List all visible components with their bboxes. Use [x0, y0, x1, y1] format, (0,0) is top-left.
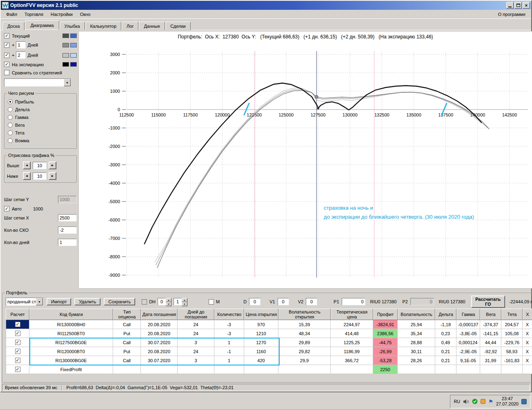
column-header[interactable]: Количество — [214, 309, 244, 320]
column-header[interactable]: Дельта — [435, 309, 456, 320]
cell[interactable]: 30,11 — [398, 347, 435, 356]
menu-trading[interactable]: Торговля — [21, 11, 47, 18]
taskbar[interactable]: RU ⚑ 23:47 27.07.2020 — [0, 392, 532, 410]
cell[interactable]: 1160 — [244, 347, 278, 356]
tab-trades[interactable]: Сделки — [165, 22, 191, 30]
row-delete-button[interactable]: X — [523, 338, 532, 347]
plus2-days-input[interactable] — [16, 52, 26, 59]
delete-button[interactable]: Удалить — [74, 298, 100, 305]
display-icon[interactable] — [521, 399, 527, 404]
cell[interactable]: 420 — [244, 356, 278, 365]
cell[interactable]: 44,44 — [480, 338, 501, 347]
below-value-input[interactable] — [33, 173, 47, 180]
cell[interactable]: FixedProfit — [29, 365, 113, 374]
column-header[interactable]: Гамма — [456, 309, 480, 320]
row-calc-cell[interactable]: ✓ — [6, 329, 29, 338]
current-checkbox[interactable]: ✓ — [4, 33, 9, 38]
cell[interactable]: 30.07.2020 — [141, 338, 178, 347]
menu-window[interactable]: Окно — [76, 11, 94, 18]
plus1-checkbox[interactable]: ✓ — [4, 43, 9, 48]
portfolio-strategy-select[interactable]: проданный ст ▼ — [6, 298, 43, 306]
tray-clock[interactable]: 23:47 27.07.2020 — [496, 396, 519, 407]
current-value-marker[interactable] — [315, 95, 318, 99]
draw-option-gamma[interactable]: Гамма — [8, 115, 73, 120]
cell[interactable]: 20.08.2020 — [141, 347, 178, 356]
tab-board[interactable]: Доска — [2, 22, 24, 30]
menu-about[interactable]: О программе — [494, 11, 530, 18]
dh-checkbox[interactable] — [142, 299, 147, 305]
row-delete-button[interactable]: X — [523, 320, 532, 329]
above-value-input[interactable] — [33, 162, 47, 169]
cell[interactable]: 20.08.2020 — [141, 329, 178, 338]
minimize-button[interactable] — [506, 2, 514, 9]
cell[interactable]: -3 — [214, 320, 244, 329]
v1-input[interactable] — [278, 298, 289, 305]
language-indicator[interactable]: RU — [454, 399, 460, 404]
dh-spin1-input[interactable] — [158, 298, 166, 305]
row-calc-cell[interactable]: ✓ — [6, 338, 29, 347]
maximize-button[interactable] — [514, 2, 522, 9]
cell[interactable]: 414,48 — [331, 329, 373, 338]
cell[interactable]: Put — [113, 329, 141, 338]
column-header[interactable]: Волатильность открытия — [278, 309, 331, 320]
cell[interactable] — [456, 365, 480, 374]
cell[interactable]: 28,26 — [398, 356, 435, 365]
cell[interactable]: 1186,99 — [331, 347, 373, 356]
tab-data[interactable]: Данные — [139, 22, 165, 30]
column-header[interactable]: Дата погашения — [141, 309, 178, 320]
spin-up-icon[interactable]: ▴ — [166, 298, 171, 302]
cell[interactable]: 29,89 — [278, 338, 331, 347]
current-color-swatch-2[interactable] — [70, 34, 77, 38]
above-increase-button[interactable]: ► — [49, 161, 56, 169]
p1-input[interactable] — [342, 298, 365, 305]
column-header[interactable]: Цена открытия — [244, 309, 278, 320]
tab-log[interactable]: Лог — [122, 22, 138, 30]
column-header[interactable]: Код бумаги — [29, 309, 113, 320]
cell[interactable]: RI130000BH0 — [29, 320, 113, 329]
m-checkbox[interactable] — [209, 299, 214, 305]
cell[interactable]: 0,000124 — [456, 338, 480, 347]
cell[interactable]: Put — [113, 347, 141, 356]
column-header[interactable]: Теоретическая цена — [331, 309, 373, 320]
dh-spin-2[interactable]: ▴▾ — [174, 298, 187, 306]
antivirus-status-icon[interactable] — [472, 399, 478, 404]
compare-strategy-select[interactable]: ▼ — [4, 78, 71, 87]
cell[interactable]: 9,1E-05 — [456, 356, 480, 365]
cell[interactable]: 3 — [178, 338, 214, 347]
dh-spin-1[interactable]: ▴▾ — [158, 298, 171, 306]
cell[interactable]: Call — [113, 338, 141, 347]
cell[interactable]: -26,99 — [373, 347, 398, 356]
cell[interactable]: 24 — [178, 320, 214, 329]
cell[interactable]: -0,000137 — [456, 320, 480, 329]
draw-option-delta[interactable]: Дельта — [8, 107, 73, 112]
cell[interactable] — [331, 365, 373, 374]
cell[interactable]: -141,15 — [480, 329, 501, 338]
cell[interactable]: RI130000BG0E — [29, 356, 113, 365]
row-checkbox[interactable]: ✓ — [15, 322, 20, 327]
cell[interactable]: 0,23 — [435, 329, 456, 338]
column-header[interactable]: Профит — [373, 309, 398, 320]
flag-icon[interactable]: ⚑ — [488, 399, 493, 404]
column-header[interactable]: Вега — [480, 309, 501, 320]
cell[interactable]: 15,39 — [278, 320, 331, 329]
cell[interactable]: -161,83 — [501, 356, 523, 365]
below-increase-button[interactable]: ► — [49, 172, 56, 180]
save-button[interactable]: Сохранить — [104, 298, 135, 305]
cell[interactable]: 30.07.2020 — [141, 356, 178, 365]
draw-option-theta[interactable]: Тета — [8, 130, 73, 135]
sko-count-input[interactable] — [58, 226, 77, 234]
column-header[interactable]: X — [523, 309, 532, 320]
row-checkbox[interactable]: ✓ — [15, 340, 20, 345]
cell[interactable]: 970 — [244, 320, 278, 329]
cell[interactable]: 1210 — [244, 329, 278, 338]
cell[interactable]: 20.08.2020 — [141, 320, 178, 329]
column-header[interactable]: Волатильность — [398, 309, 435, 320]
row-checkbox[interactable]: ✓ — [15, 358, 20, 363]
row-calc-cell[interactable]: ✓ — [6, 320, 29, 329]
row-delete-button[interactable] — [523, 365, 532, 374]
cell[interactable] — [480, 365, 501, 374]
compare-strategy-checkbox[interactable] — [4, 70, 9, 75]
cell[interactable]: 105,08 — [501, 329, 523, 338]
plus2-checkbox[interactable]: ✓ — [4, 53, 9, 58]
cell[interactable] — [214, 365, 244, 374]
